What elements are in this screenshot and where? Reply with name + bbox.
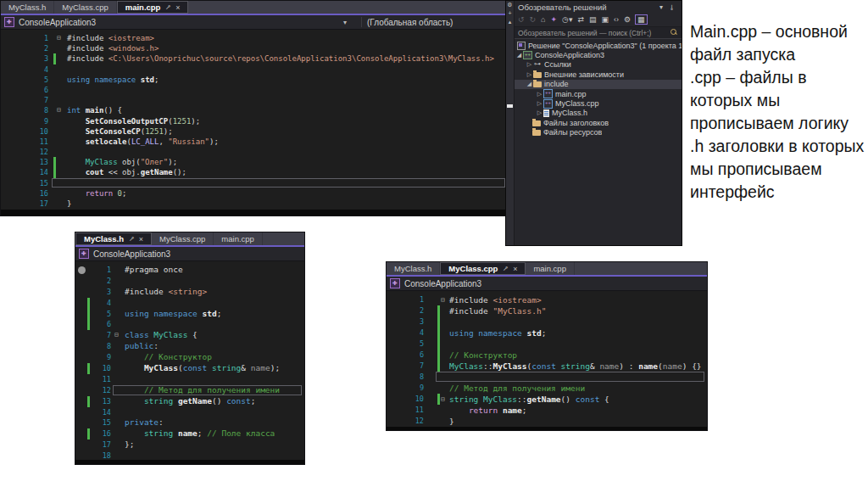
code-line[interactable]: 10⊟string MyClass::getName() const { <box>387 394 707 405</box>
code-line[interactable]: 11 return name; <box>387 405 707 416</box>
code-line[interactable]: 7MyClass::MyClass(const string& name) : … <box>387 361 707 372</box>
tree-item-myclass.h[interactable]: ▷MyClass.h <box>515 109 682 118</box>
code-line[interactable]: 8 <box>387 372 707 383</box>
collapse-region-icon[interactable]: ⊟ <box>57 33 61 43</box>
code-line[interactable]: 3#include <C:\Users\Onoprichuc\source\re… <box>1 53 508 64</box>
tab-main.cpp[interactable]: main.cpp <box>526 262 575 275</box>
code-line[interactable]: 9 // Конструктор <box>75 352 304 363</box>
collapsed-arrow-icon[interactable]: ▷ <box>536 91 543 98</box>
code-line[interactable]: 6 <box>1 85 508 95</box>
collapse-all-icon[interactable]: ▤ <box>588 15 598 24</box>
tab-main.cpp[interactable]: main.cpp <box>214 232 263 245</box>
code-editor-main-cpp[interactable]: 1⊟#include <iostream>2#include <windows.… <box>1 30 508 209</box>
tab-MyClass.cpp[interactable]: MyClass.cpp <box>54 1 116 14</box>
tree-item-файлы-заголовков[interactable]: Файлы заголовков <box>515 118 682 127</box>
project-dropdown[interactable]: ConsoleApplication3 <box>404 279 481 288</box>
settings-icon[interactable]: ⚙ <box>623 15 632 24</box>
collapse-region-icon[interactable]: ⊟ <box>114 330 119 341</box>
code-line[interactable]: 16 return 0; <box>1 188 508 199</box>
code-line[interactable]: 12} <box>387 416 707 427</box>
code-line[interactable]: 17} <box>1 199 508 209</box>
collapsed-arrow-icon[interactable]: ▷ <box>536 100 543 107</box>
window-position-icon[interactable]: ▾ <box>659 3 663 11</box>
tree-item-myclass.cpp[interactable]: ▷++MyClass.cpp <box>515 98 682 108</box>
code-line[interactable]: 13 MyClass obj("Олег"); <box>1 157 508 167</box>
plus-icon[interactable]: + <box>506 9 514 18</box>
collapse-region-icon[interactable]: ⊟ <box>441 394 445 405</box>
collapsed-arrow-icon[interactable]: ▷ <box>526 71 533 78</box>
tree-item-consoleapplication3[interactable]: ◢++ConsoleApplication3 <box>515 50 682 59</box>
scope-dropdown[interactable]: (Глобальная область) <box>367 18 453 27</box>
close-icon[interactable]: × <box>175 3 180 12</box>
code-line[interactable]: 14 cout << obj.getName(); <box>1 167 508 177</box>
code-line[interactable]: 13 string getName() const; <box>75 396 304 407</box>
home-icon[interactable]: ⌂ <box>540 15 546 24</box>
pin-icon[interactable]: ⊸ <box>501 264 510 273</box>
scrollbar-thumb[interactable] <box>507 104 513 108</box>
view-code-icon[interactable]: ‹› <box>613 15 620 24</box>
tab-MyClass.h[interactable]: MyClass.h <box>1 1 54 14</box>
pin-icon[interactable]: ⊸ <box>164 3 173 12</box>
project-dropdown[interactable]: ConsoleApplication3 <box>19 18 96 27</box>
code-line[interactable]: 10 MyClass(const string& name); <box>75 363 304 374</box>
collapsed-arrow-icon[interactable]: ▷ <box>536 109 543 116</box>
tab-main.cpp[interactable]: main.cpp⊸× <box>117 1 189 14</box>
collapse-region-icon[interactable]: ⊟ <box>57 105 61 115</box>
project-dropdown[interactable]: ConsoleApplication3 <box>93 249 170 259</box>
collapse-region-icon[interactable]: ⊟ <box>441 294 445 305</box>
code-line[interactable]: 8public: <box>75 341 304 352</box>
code-line[interactable]: 16 string name; // Поле класса <box>75 428 304 439</box>
code-line[interactable]: 10 SetConsoleCP(1251); <box>1 126 508 137</box>
code-line[interactable]: 2 <box>75 276 304 287</box>
code-line[interactable]: 8⊟int main() { <box>1 105 508 115</box>
tab-MyClass.cpp[interactable]: MyClass.cpp <box>152 232 214 245</box>
tree-item-файлы-ресурсов[interactable]: Файлы ресурсов <box>515 128 682 137</box>
code-line[interactable]: 4using namespace std; <box>387 327 707 339</box>
code-line[interactable]: 1#pragma once <box>75 265 304 276</box>
code-line[interactable]: 11 setlocale(LC_ALL, "Russian"); <box>1 137 508 147</box>
forward-icon[interactable]: ↻ <box>529 15 537 24</box>
code-line[interactable]: 6// Конструктор <box>387 350 707 361</box>
tree-item-внешние-зависимости[interactable]: ▷Внешние зависимости <box>515 70 682 79</box>
code-line[interactable]: 17}; <box>75 439 304 451</box>
tab-MyClass.cpp[interactable]: MyClass.cpp⊸× <box>440 262 526 275</box>
collapsed-arrow-icon[interactable]: ▷ <box>526 61 533 68</box>
code-line[interactable]: 4 <box>1 64 508 75</box>
code-line[interactable]: 6 <box>75 319 304 330</box>
code-line[interactable]: 15private: <box>75 417 304 428</box>
back-icon[interactable]: ↺ <box>517 15 526 24</box>
code-line[interactable]: 3 <box>387 316 707 327</box>
tab-MyClass.h[interactable]: MyClass.h <box>387 262 440 275</box>
expanded-arrow-icon[interactable]: ◢ <box>526 81 533 87</box>
close-icon[interactable]: × <box>139 235 143 244</box>
scroll-up-icon[interactable]: ▴ <box>506 18 514 26</box>
tree-item-решение-consoleapplication3-1-проекта-1-[interactable]: Решение "ConsoleApplication3" (1 проекта… <box>515 41 682 50</box>
code-line[interactable]: 9 SetConsoleOutputCP(1251); <box>1 116 508 126</box>
code-line[interactable]: 5using namespace std; <box>75 309 304 320</box>
tree-item-include[interactable]: ◢include <box>515 80 682 89</box>
code-line[interactable]: 9// Метод для получения имени <box>387 383 707 394</box>
explorer-search-box[interactable]: Обозреватель решений — поиск (Ctrl+;) <box>515 27 682 39</box>
pin-icon[interactable]: ⊸ <box>127 234 136 244</box>
chevron-down-icon[interactable]: ▾ <box>343 19 347 26</box>
code-line[interactable]: 7⊟class MyClass { <box>75 330 304 341</box>
expanded-arrow-icon[interactable]: ◢ <box>515 52 523 59</box>
code-line[interactable]: 2#include <windows.h> <box>1 43 508 53</box>
properties-icon[interactable]: ▣ <box>601 15 610 24</box>
code-line[interactable]: 3#include <string> <box>75 287 304 298</box>
code-line[interactable]: 4 <box>75 298 304 309</box>
code-line[interactable]: 12 // Метод для получения имени <box>75 385 304 396</box>
code-editor-myclass-cpp[interactable]: 1⊟#include <iostream>2#include "MyClass.… <box>387 291 707 427</box>
tree-item-ссылки[interactable]: ▷⊶Ссылки <box>515 60 682 70</box>
code-line[interactable]: 5using namespace std; <box>1 75 508 85</box>
code-line[interactable]: 14 <box>75 407 304 418</box>
show-all-files-icon[interactable]: ▦ <box>635 14 648 25</box>
tab-MyClass.h[interactable]: MyClass.h⊸× <box>75 232 152 245</box>
gear-icon[interactable]: ⚙ <box>506 1 514 9</box>
code-line[interactable]: 2#include "MyClass.h" <box>387 305 707 316</box>
code-line[interactable]: 12 <box>1 147 508 157</box>
pin-icon[interactable]: ⊸ <box>668 4 676 10</box>
history-icon[interactable]: ◷▾ <box>561 15 573 24</box>
sync-with-active-document-icon[interactable]: ⇄ <box>576 15 585 24</box>
code-line[interactable]: 1⊟#include <iostream> <box>1 33 508 43</box>
